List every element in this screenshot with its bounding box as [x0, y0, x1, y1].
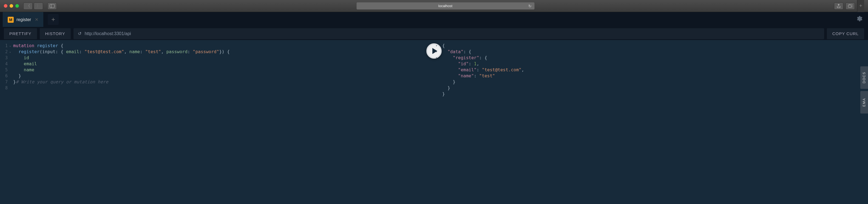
new-browser-tab-button[interactable]: + — [857, 0, 864, 12]
forward-button[interactable]: 〉 — [34, 2, 43, 9]
endpoint-input[interactable]: ↺ http://localhost:3301/api — [73, 28, 824, 39]
traffic-lights — [4, 4, 19, 8]
query-editor[interactable]: mutation register { register(input: { em… — [11, 40, 434, 204]
share-group: + — [834, 0, 864, 12]
result-fold-gutter: ▾▾▾ — [434, 40, 440, 204]
result-pane: ▾▾▾ { "data": { "register": { "id": 1, "… — [434, 40, 868, 204]
share-icon — [837, 4, 841, 8]
endpoint-text: http://localhost:3301/api — [85, 31, 131, 36]
prettify-button[interactable]: PRETTIFY — [4, 28, 37, 39]
new-tab-button[interactable]: + — [48, 14, 59, 25]
nav-buttons: 〈 〉 — [23, 2, 43, 9]
tab-label: register — [17, 17, 31, 22]
minimize-icon[interactable] — [9, 4, 13, 8]
maximize-icon[interactable] — [16, 4, 19, 8]
reload-endpoint-icon[interactable]: ↺ — [78, 31, 82, 36]
close-icon[interactable] — [4, 4, 7, 8]
browser-chrome: 〈 〉 localhost ↻ + — [0, 0, 868, 12]
graphql-playground-app: M register ✕ + PRETTIFY HISTORY ↺ http:/… — [0, 12, 868, 204]
line-gutter: 12345678 — [0, 40, 9, 204]
docs-tab[interactable]: DOCS — [860, 66, 868, 89]
share-button[interactable] — [834, 2, 843, 9]
copy-curl-button[interactable]: COPY CURL — [827, 28, 864, 39]
toolbar: PRETTIFY HISTORY ↺ http://localhost:3301… — [0, 27, 868, 40]
gear-icon — [856, 15, 863, 22]
address-bar[interactable]: localhost ↻ — [356, 2, 535, 9]
query-pane[interactable]: 12345678 ▾▾ mutation register { register… — [0, 40, 434, 204]
fold-gutter: ▾▾ — [9, 40, 11, 204]
side-tabs: DOCS EMA — [860, 66, 868, 114]
editor-zone: 12345678 ▾▾ mutation register { register… — [0, 40, 868, 204]
settings-button[interactable] — [856, 15, 863, 24]
address-bar-wrap: localhost ↻ — [61, 2, 830, 9]
app-tabs: M register ✕ + — [0, 12, 868, 27]
back-button[interactable]: 〈 — [23, 2, 33, 9]
tabs-icon — [848, 4, 852, 8]
schema-tab[interactable]: EMA — [860, 91, 868, 114]
result-viewer: { "data": { "register": { "id": 1, "emai… — [440, 40, 868, 204]
svg-rect-0 — [50, 4, 55, 8]
tabs-overview-button[interactable] — [845, 2, 855, 9]
close-tab-icon[interactable]: ✕ — [35, 17, 38, 22]
mutation-badge: M — [8, 17, 14, 23]
tab-register[interactable]: M register ✕ — [3, 12, 43, 27]
reload-icon[interactable]: ↻ — [528, 4, 532, 8]
svg-rect-2 — [848, 5, 851, 7]
sidebar-toggle-button[interactable] — [48, 2, 57, 9]
address-text: localhost — [438, 4, 453, 8]
history-button[interactable]: HISTORY — [40, 28, 71, 39]
sidebar-icon — [50, 4, 55, 8]
